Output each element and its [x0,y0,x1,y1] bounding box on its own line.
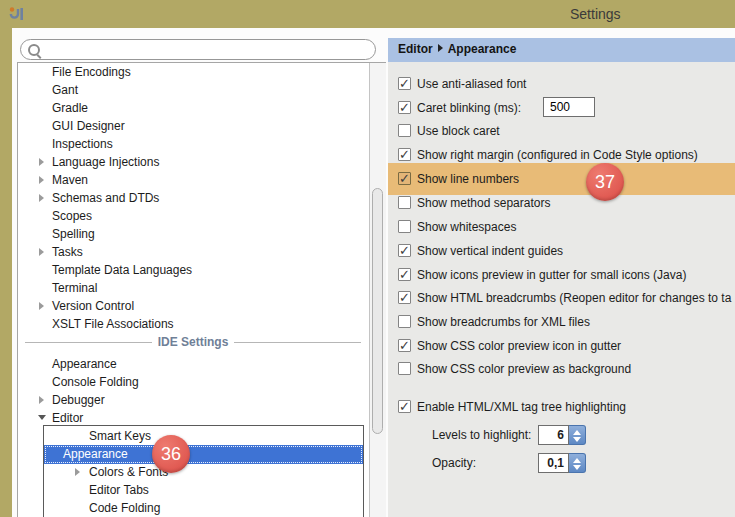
sidebar-item-spelling[interactable]: Spelling [19,225,349,243]
opacity-spinner-buttons[interactable] [569,453,586,473]
row-show-right-margin[interactable]: Show right margin (configured in Code St… [388,146,735,164]
sidebar-item-schemas-and-dtds[interactable]: Schemas and DTDs [19,189,349,207]
settings-tree: File Encodings Gant Gradle GUI Designer … [17,62,386,517]
levels-spinner-buttons[interactable] [569,425,586,445]
row-show-line-numbers[interactable]: Show line numbers [388,170,735,188]
sidebar-item-appearance-editor[interactable]: Appearance [44,445,363,464]
sidebar-item-appearance-ide[interactable]: Appearance [19,355,349,373]
row-enable-tag-tree-highlighting[interactable]: Enable HTML/XML tag tree highlighting [388,398,735,416]
opacity-field[interactable]: 0,1 [538,453,569,473]
row-opacity: Opacity: 0,1 [388,454,735,472]
sidebar-item-gant[interactable]: Gant [19,81,349,99]
expand-arrow-icon[interactable] [75,468,80,476]
sidebar-item-xslt-file-associations[interactable]: XSLT File Associations [19,315,349,333]
search-icon [28,44,40,56]
tree-scrollbar[interactable] [369,63,386,517]
settings-search[interactable] [20,39,376,60]
checkbox-show-icons-preview[interactable] [398,268,411,281]
checkbox-show-breadcrumbs-xml[interactable] [398,315,411,328]
expand-arrow-icon[interactable] [39,302,44,310]
row-show-vertical-indent-guides[interactable]: Show vertical indent guides [388,242,735,260]
settings-dialog: Settings File Encodings Gant Gradle GUI … [0,0,735,517]
spinner-up-icon[interactable] [573,430,581,435]
checkbox-show-line-numbers[interactable] [398,172,411,185]
checkbox-show-method-separators[interactable] [398,196,411,209]
row-show-method-separators[interactable]: Show method separators [388,194,735,212]
breadcrumb-parent: Editor [398,42,433,56]
tree-scrollbar-thumb[interactable] [372,188,383,434]
sidebar-item-scopes[interactable]: Scopes [19,207,349,225]
checkbox-use-block-caret[interactable] [398,124,411,137]
sidebar-item-version-control[interactable]: Version Control [19,297,349,315]
sidebar-item-console-folding[interactable]: Console Folding [19,373,349,391]
levels-to-highlight-field[interactable]: 6 [538,425,569,445]
row-show-whitespaces[interactable]: Show whitespaces [388,218,735,236]
sidebar-item-debugger[interactable]: Debugger [19,391,349,409]
checkbox-show-css-preview-background[interactable] [398,362,411,375]
checkbox-show-html-breadcrumbs[interactable] [398,291,411,304]
spinner-up-icon[interactable] [573,458,581,463]
checkbox-show-vertical-indent-guides[interactable] [398,244,411,257]
row-use-block-caret[interactable]: Use block caret [388,122,735,140]
checkbox-show-right-margin[interactable] [398,148,411,161]
row-show-breadcrumbs-xml[interactable]: Show breadcrumbs for XML files [388,313,735,331]
ide-settings-separator: IDE Settings [19,333,367,351]
row-caret-blinking[interactable]: Caret blinking (ms): [388,99,735,117]
row-show-css-preview-background[interactable]: Show CSS color preview as background [388,360,735,378]
sidebar-item-tasks[interactable]: Tasks [19,243,349,261]
sidebar-item-inspections[interactable]: Inspections [19,135,349,153]
sidebar-item-smart-keys[interactable]: Smart Keys [44,427,362,445]
expand-arrow-icon[interactable] [39,176,44,184]
spinner-down-icon[interactable] [573,437,581,442]
checkbox-enable-tag-tree-highlighting[interactable] [398,400,411,413]
row-show-css-preview-icon[interactable]: Show CSS color preview icon in gutter [388,337,735,355]
sidebar-item-terminal[interactable]: Terminal [19,279,349,297]
title-bar: Settings [0,0,735,28]
checkbox-caret-blinking[interactable] [398,101,411,114]
sidebar-item-gradle[interactable]: Gradle [19,99,349,117]
spinner-down-icon[interactable] [573,465,581,470]
row-show-html-breadcrumbs[interactable]: Show HTML breadcrumbs (Reopen editor for… [388,289,735,307]
sidebar-item-gui-designer[interactable]: GUI Designer [19,117,349,135]
sidebar-item-editor-tabs[interactable]: Editor Tabs [44,481,362,499]
breadcrumb-current: Appearance [448,42,517,56]
expand-arrow-icon[interactable] [39,396,44,404]
breadcrumb: EditorAppearance [388,38,735,62]
expand-arrow-icon[interactable] [39,158,44,166]
annotation-badge-36: 36 [152,435,190,473]
sidebar-item-language-injections[interactable]: Language Injections [19,153,349,171]
search-input[interactable] [45,42,369,59]
row-show-icons-preview[interactable]: Show icons preview in gutter for small i… [388,266,735,284]
expand-arrow-icon[interactable] [39,248,44,256]
appearance-settings-panel: EditorAppearance Use anti-aliased font C… [388,38,735,517]
checkbox-use-anti-aliased-font[interactable] [398,77,411,90]
sidebar-item-template-data-languages[interactable]: Template Data Languages [19,261,349,279]
row-levels-to-highlight: Levels to highlight: 6 [388,426,735,444]
checkbox-show-css-preview-icon[interactable] [398,339,411,352]
row-use-anti-aliased-font[interactable]: Use anti-aliased font [388,75,735,93]
intellij-logo-icon [8,5,26,23]
expand-arrow-icon[interactable] [39,194,44,202]
sidebar-item-colors-and-fonts[interactable]: Colors & Fonts [44,463,362,481]
sidebar-item-file-encodings[interactable]: File Encodings [19,63,349,81]
checkbox-show-whitespaces[interactable] [398,220,411,233]
breadcrumb-arrow-icon [438,44,443,52]
window-border [0,28,12,517]
collapse-arrow-icon[interactable] [38,415,46,420]
sidebar-item-code-folding[interactable]: Code Folding [44,499,362,517]
annotation-badge-37: 37 [586,163,624,201]
caret-blinking-ms-input[interactable] [543,97,595,117]
window-title: Settings [570,6,621,22]
sidebar-item-maven[interactable]: Maven [19,171,349,189]
